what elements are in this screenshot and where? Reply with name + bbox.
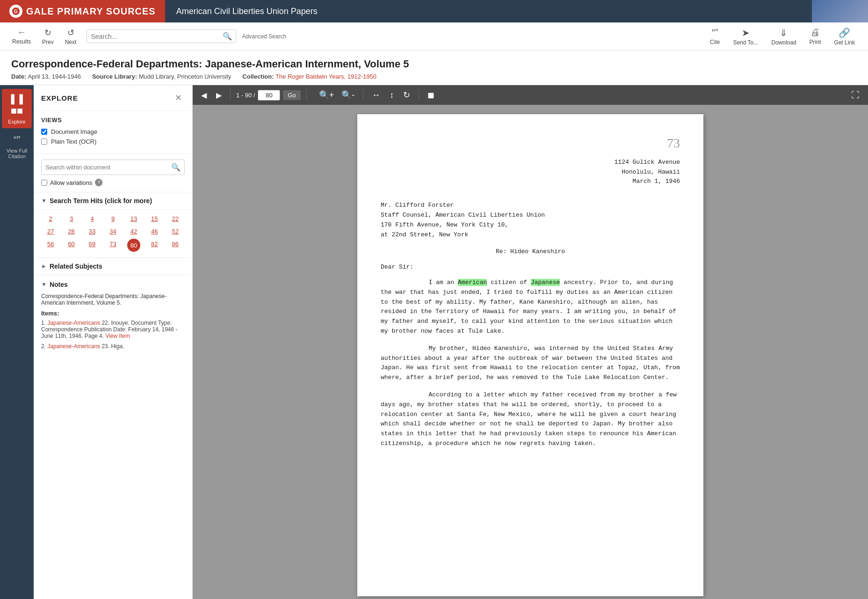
go-button[interactable]: Go: [283, 90, 300, 100]
fullscreen-icon: ⛶: [851, 90, 860, 100]
image-mode-icon: ◼: [427, 90, 434, 100]
send-to-button[interactable]: ➤ Send To...: [727, 25, 764, 48]
search-term-hits-header[interactable]: ▼ Search Term Hits (click for more): [34, 192, 192, 210]
sidebar-item-explore[interactable]: ❚❚■■ Explore: [2, 89, 32, 128]
hit-73[interactable]: 73: [103, 239, 122, 252]
search-within-input[interactable]: [45, 164, 171, 171]
hit-4[interactable]: 4: [83, 213, 101, 224]
notes-view-item-1[interactable]: View Item: [105, 333, 130, 339]
explore-close-button[interactable]: ✕: [172, 92, 185, 104]
views-section: VIEWS Document Image Plain Text (OCR): [34, 111, 192, 154]
image-mode-button[interactable]: ◼: [425, 88, 437, 102]
toolbar-divider-2: [306, 89, 307, 101]
main-search-container: 🔍: [87, 29, 236, 43]
advanced-search-link[interactable]: Advanced Search: [242, 33, 286, 40]
cite-label: Cite: [710, 39, 720, 45]
download-icon: ⇓: [780, 27, 788, 38]
citation-icon: “”: [14, 134, 21, 146]
hit-86[interactable]: 86: [166, 239, 185, 252]
hit-42[interactable]: 42: [124, 226, 143, 237]
document-image-checkbox[interactable]: [41, 129, 47, 135]
prev-button[interactable]: ↻ Prev: [37, 26, 58, 47]
hit-33[interactable]: 33: [83, 226, 101, 237]
zoom-out-icon: 🔍-: [341, 90, 354, 100]
notes-link-americans-1[interactable]: Americans: [73, 320, 100, 326]
related-subjects-title: Related Subjects: [50, 263, 102, 270]
rotate-button[interactable]: ↻: [400, 88, 413, 102]
hit-13[interactable]: 13: [124, 213, 143, 224]
toolbar-divider-3: [363, 89, 363, 101]
cite-button[interactable]: “” Cite: [704, 25, 725, 47]
hit-60[interactable]: 60: [62, 239, 80, 252]
explore-header: EXPLORE ✕: [34, 85, 192, 111]
search-term-hits-title: Search Term Hits (click for more): [50, 197, 152, 205]
brand-logo: G: [9, 5, 22, 18]
prev-icon: ↻: [44, 28, 51, 38]
search-within-section: 🔍 Allow variations ?: [34, 154, 192, 192]
hit-46[interactable]: 46: [145, 226, 164, 237]
highlight-japanese: Japanese: [531, 279, 560, 286]
allow-variations-row: Allow variations ?: [41, 179, 185, 186]
download-button[interactable]: ⇓ Download: [766, 25, 802, 48]
addressee-city: at 22nd Street, New York: [381, 230, 680, 240]
send-to-icon: ➤: [742, 27, 750, 38]
page-number-input[interactable]: [258, 90, 280, 101]
viewer-toolbar: ◀ ▶ 1 - 90 / Go 🔍+ 🔍- ↔ ↕: [193, 85, 868, 105]
notes-entry-2: 2. Japanese-Americans 23. Higa.: [41, 343, 185, 350]
hit-34[interactable]: 34: [103, 226, 122, 237]
get-link-icon: 🔗: [839, 27, 850, 38]
print-button[interactable]: 🖨 Print: [804, 25, 827, 47]
get-link-button[interactable]: 🔗 Get Link: [828, 25, 861, 48]
hit-2[interactable]: 2: [41, 213, 60, 224]
fullscreen-button[interactable]: ⛶: [848, 88, 862, 102]
page-counter: 1 - 90 / Go: [236, 90, 301, 101]
send-to-label: Send To...: [733, 39, 758, 46]
hit-80-active[interactable]: 80: [127, 239, 140, 252]
results-button[interactable]: ← Results: [7, 26, 36, 47]
hit-52[interactable]: 52: [166, 226, 185, 237]
notes-section: ▼ Notes Correspondence-Federal Departmen…: [34, 275, 192, 359]
brand-name: GALE PRIMARY SOURCES: [26, 6, 156, 17]
next-label: Next: [65, 39, 77, 45]
notes-link-americans-2[interactable]: Americans: [73, 343, 100, 350]
hit-22[interactable]: 22: [166, 213, 185, 224]
results-icon: ←: [17, 28, 26, 37]
sidebar-item-view-full-citation[interactable]: “” View Full Citation: [2, 130, 32, 163]
hit-82[interactable]: 82: [145, 239, 164, 252]
related-subjects-header[interactable]: ► Related Subjects: [34, 258, 192, 275]
hit-69[interactable]: 69: [83, 239, 101, 252]
help-icon[interactable]: ?: [95, 179, 102, 186]
next-button[interactable]: ↺ Next: [60, 26, 81, 47]
notes-link-japanese-americans-1[interactable]: Japanese: [47, 320, 72, 326]
viewer-prev-button[interactable]: ◀: [198, 89, 210, 102]
hit-9[interactable]: 9: [103, 213, 122, 224]
allow-variations-checkbox[interactable]: [41, 180, 47, 186]
zoom-out-button[interactable]: 🔍-: [339, 88, 357, 102]
search-within-button[interactable]: 🔍: [171, 163, 181, 172]
sidebar-icons: ❚❚■■ Explore “” View Full Citation: [0, 85, 34, 599]
hit-28[interactable]: 28: [62, 226, 80, 237]
main-layout: ❚❚■■ Explore “” View Full Citation EXPLO…: [0, 85, 868, 599]
svg-text:G: G: [14, 9, 18, 14]
document-viewer: ◀ ▶ 1 - 90 / Go 🔍+ 🔍- ↔ ↕: [193, 85, 868, 599]
notes-link-japanese-americans-2[interactable]: Japanese: [47, 343, 72, 350]
views-title: VIEWS: [41, 117, 185, 124]
fit-width-button[interactable]: ↔: [369, 88, 383, 102]
hit-3[interactable]: 3: [62, 213, 80, 224]
plain-text-checkbox-row[interactable]: Plain Text (OCR): [41, 138, 185, 145]
fit-height-button[interactable]: ↕: [387, 88, 397, 102]
zoom-in-button[interactable]: 🔍+: [316, 88, 337, 102]
hit-56[interactable]: 56: [41, 239, 60, 252]
hit-27[interactable]: 27: [41, 226, 60, 237]
collection-link[interactable]: The Roger Baldwin Years, 1912-1950: [275, 73, 376, 80]
page-range: 1 - 90 /: [236, 92, 255, 99]
notes-header[interactable]: ▼ Notes: [41, 281, 185, 288]
plain-text-checkbox[interactable]: [41, 139, 47, 145]
search-hits-content: 2 3 4 9 13 15 22 27 28 33 34 42 46 52 56…: [34, 210, 192, 258]
viewer-next-button[interactable]: ▶: [213, 89, 224, 102]
hit-15[interactable]: 15: [145, 213, 164, 224]
doc-paragraph-3: According to a letter which my father re…: [381, 390, 680, 449]
document-image-checkbox-row[interactable]: Document Image: [41, 128, 185, 135]
main-search-input[interactable]: [91, 33, 223, 40]
doc-greeting: Dear Sir:: [381, 263, 680, 272]
